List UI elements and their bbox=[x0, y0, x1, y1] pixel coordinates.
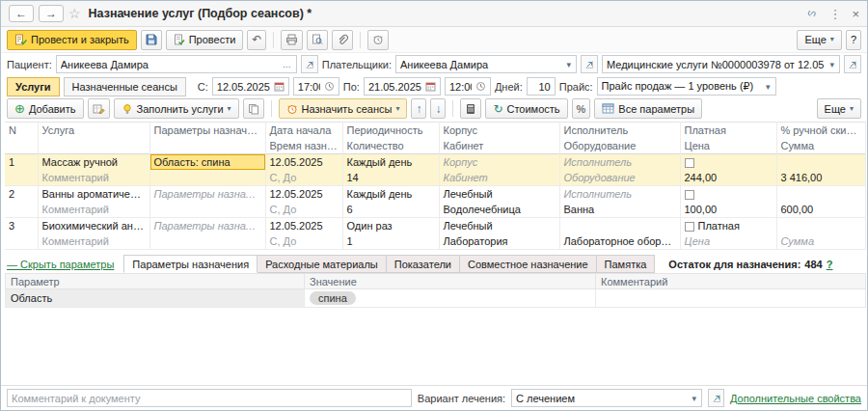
cell-korpus[interactable]: Лечебный bbox=[439, 218, 559, 234]
set-parameters-button[interactable] bbox=[88, 98, 110, 119]
cell-kabinet[interactable]: Кабинет bbox=[439, 170, 559, 186]
days-input[interactable] bbox=[529, 79, 553, 94]
kebab-menu-icon[interactable]: ⋮ bbox=[828, 7, 841, 21]
get-link-icon[interactable] bbox=[805, 8, 818, 19]
chevron-down-icon[interactable]: ▾ bbox=[690, 394, 700, 403]
base-document-input[interactable] bbox=[605, 57, 827, 71]
cell-korpus[interactable]: Корпус bbox=[439, 154, 559, 171]
tab-consumables[interactable]: Расходные материалы bbox=[258, 255, 387, 273]
cell-sum[interactable]: Сумма bbox=[776, 233, 865, 250]
value-chip[interactable]: спина bbox=[310, 291, 356, 305]
payers-input[interactable] bbox=[398, 57, 563, 71]
more-button[interactable]: Еще▾ bbox=[797, 30, 841, 50]
undo-button[interactable]: ↶ bbox=[247, 30, 266, 50]
cell-equipment[interactable]: Ванна bbox=[559, 202, 680, 218]
parameter-name-cell[interactable]: Область bbox=[6, 289, 305, 308]
cell-kabinet[interactable]: Водолечебница bbox=[439, 202, 559, 218]
add-button[interactable]: ⊕Добавить bbox=[7, 98, 84, 119]
cell-time[interactable]: С, До bbox=[265, 202, 342, 218]
calendar-icon[interactable] bbox=[272, 81, 286, 92]
paid-checkbox[interactable] bbox=[685, 158, 694, 168]
tab-assigned-sessions[interactable]: Назначенные сеансы bbox=[64, 77, 186, 96]
cell-comment[interactable]: Комментарий bbox=[38, 170, 149, 186]
remainder-help-link[interactable]: ? bbox=[827, 259, 833, 270]
chevron-down-icon[interactable]: ▾ bbox=[827, 60, 837, 69]
choose-ellipsis-icon[interactable]: … bbox=[280, 60, 294, 69]
calendar-icon[interactable] bbox=[423, 81, 438, 92]
print-button[interactable] bbox=[281, 30, 303, 50]
paid-checkbox[interactable] bbox=[685, 222, 694, 232]
tab-indicators[interactable]: Показатели bbox=[387, 255, 460, 273]
attachments-button[interactable] bbox=[332, 30, 353, 50]
discount-button[interactable]: % bbox=[572, 98, 591, 119]
cell-quantity[interactable]: 1 bbox=[342, 233, 439, 250]
cell-params[interactable]: Параметры назначения bbox=[149, 218, 265, 234]
post-button[interactable]: Провести bbox=[166, 30, 244, 50]
favorite-star-icon[interactable]: ☆ bbox=[68, 6, 81, 21]
calculator-button[interactable] bbox=[460, 98, 481, 119]
cell-kabinet[interactable]: Лаборатория bbox=[439, 233, 559, 250]
preview-button[interactable] bbox=[307, 30, 328, 50]
cell-quantity[interactable]: 14 bbox=[342, 170, 439, 186]
patient-open-button[interactable] bbox=[301, 55, 318, 73]
cell-paid[interactable] bbox=[680, 154, 776, 171]
chevron-down-icon[interactable]: ▾ bbox=[763, 82, 773, 92]
clock-icon[interactable] bbox=[322, 81, 337, 92]
cell-sum[interactable]: 3 416,00 bbox=[776, 170, 865, 186]
cell-quantity[interactable]: 6 bbox=[342, 202, 439, 218]
cell-n[interactable]: 1 bbox=[5, 154, 38, 171]
cell-equipment[interactable]: Оборудование bbox=[559, 170, 680, 186]
date-to-input[interactable] bbox=[366, 79, 423, 94]
cell-executor[interactable]: Исполнитель bbox=[559, 154, 680, 171]
cell-discount[interactable] bbox=[776, 154, 865, 171]
cell-service[interactable]: Массаж ручной bbox=[38, 154, 149, 171]
cell-periodicity[interactable]: Один раз bbox=[342, 218, 439, 234]
cell-korpus[interactable]: Лечебный bbox=[439, 186, 559, 203]
tab-memo[interactable]: Памятка bbox=[597, 255, 656, 273]
cell-paid[interactable]: Платная bbox=[680, 218, 776, 234]
treatment-open-button[interactable] bbox=[708, 389, 724, 407]
cell-date[interactable]: 12.05.2025 bbox=[265, 154, 342, 171]
parameter-value-cell[interactable]: спина bbox=[305, 289, 596, 308]
hide-parameters-link[interactable]: — Скрыть параметры bbox=[7, 259, 114, 270]
cell-date[interactable]: 12.05.2025 bbox=[265, 186, 342, 203]
move-up-button[interactable]: ↑ bbox=[411, 98, 426, 119]
cell-service[interactable]: Ванны ароматические bbox=[38, 186, 149, 203]
cell-n[interactable]: 2 bbox=[5, 186, 38, 203]
time-from-input[interactable] bbox=[296, 79, 322, 94]
cell-periodicity[interactable]: Каждый день bbox=[342, 186, 439, 203]
fill-services-button[interactable]: Заполнить услуги ▾ bbox=[114, 98, 239, 119]
cell-executor[interactable]: Исполнитель bbox=[559, 186, 680, 203]
cell-equipment[interactable]: Лабораторное оборудование bbox=[559, 233, 680, 250]
cell-periodicity[interactable]: Каждый день bbox=[342, 154, 439, 171]
additional-properties-link[interactable]: Дополнительные свойства bbox=[730, 393, 861, 404]
treatment-option-input[interactable] bbox=[514, 391, 689, 405]
cell-time[interactable]: С, До bbox=[265, 170, 342, 186]
cell-params[interactable]: Параметры назначения bbox=[149, 186, 265, 203]
close-icon[interactable]: × bbox=[852, 7, 859, 21]
cell-service[interactable]: Биохимический анализ крови bbox=[38, 218, 149, 234]
forward-button[interactable]: → bbox=[39, 5, 64, 22]
cell-paid[interactable] bbox=[680, 186, 776, 203]
date-from-input[interactable] bbox=[215, 79, 272, 94]
help-button[interactable]: ? bbox=[846, 30, 861, 50]
clock-icon[interactable] bbox=[474, 81, 488, 92]
tab-services[interactable]: Услуги bbox=[7, 77, 60, 96]
cell-executor[interactable] bbox=[559, 218, 680, 234]
time-to-input[interactable] bbox=[448, 79, 474, 94]
cell-time[interactable]: С, До bbox=[265, 233, 342, 250]
payers-open-button[interactable] bbox=[581, 55, 598, 73]
parameter-comment-cell[interactable] bbox=[596, 289, 866, 308]
tab-assignment-parameters[interactable]: Параметры назначения bbox=[123, 255, 258, 273]
cell-date[interactable]: 12.05.2025 bbox=[265, 218, 342, 234]
save-button[interactable] bbox=[141, 30, 162, 50]
cost-button[interactable]: ↻Стоимость bbox=[485, 98, 567, 119]
cell-price[interactable]: 244,00 bbox=[680, 170, 776, 186]
tab-joint-assignment[interactable]: Совместное назначение bbox=[460, 255, 597, 273]
cell-price[interactable]: 100,00 bbox=[680, 202, 776, 218]
cell-comment[interactable]: Комментарий bbox=[38, 233, 149, 250]
paid-checkbox[interactable] bbox=[685, 190, 694, 200]
cell-sum[interactable]: 600,00 bbox=[776, 202, 865, 218]
move-down-button[interactable]: ↓ bbox=[430, 98, 446, 119]
reminder-button[interactable] bbox=[367, 30, 389, 50]
